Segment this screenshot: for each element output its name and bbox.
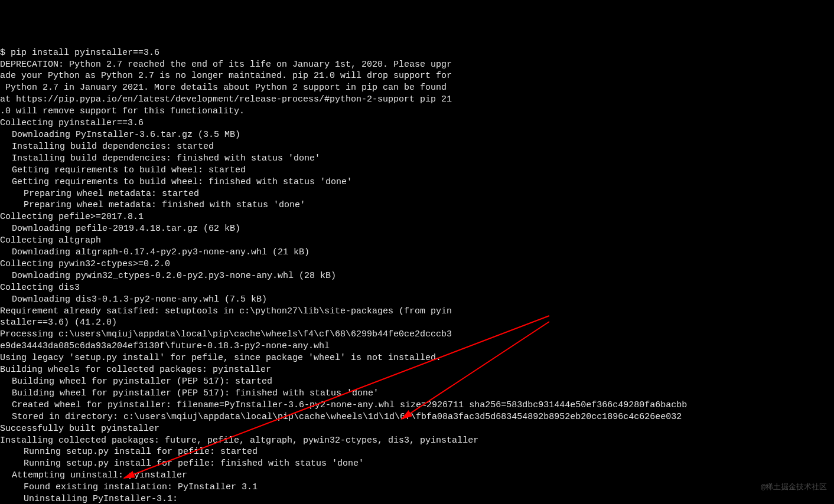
terminal-line: Downloading PyInstaller-3.6.tar.gz (3.5 … xyxy=(0,129,834,141)
terminal-line: Preparing wheel metadata: finished with … xyxy=(0,199,834,211)
terminal-output: $ pip install pyinstaller==3.6DEPRECATIO… xyxy=(0,47,834,504)
terminal-line: Collecting dis3 xyxy=(0,282,834,294)
terminal-line: Collecting altgraph xyxy=(0,235,834,247)
terminal-line: Successfully built pyinstaller xyxy=(0,423,834,435)
terminal-line: Attempting uninstall: pyinstaller xyxy=(0,470,834,482)
terminal-line: e9de34443da085c6da93a204ef3130f\future-0… xyxy=(0,341,834,352)
terminal-line: Getting requirements to build wheel: sta… xyxy=(0,165,834,176)
terminal-line: staller==3.6) (41.2.0) xyxy=(0,317,834,329)
terminal-line: Collecting pefile>=2017.8.1 xyxy=(0,211,834,223)
terminal-line: Getting requirements to build wheel: fin… xyxy=(0,176,834,188)
terminal-line: at https://pip.pypa.io/en/latest/develop… xyxy=(0,94,834,106)
terminal-line: Downloading dis3-0.1.3-py2-none-any.whl … xyxy=(0,294,834,306)
terminal-line: Found existing installation: PyInstaller… xyxy=(0,482,834,493)
terminal-line: Downloading pefile-2019.4.18.tar.gz (62 … xyxy=(0,223,834,235)
watermark: @稀土掘金技术社区 xyxy=(761,482,827,493)
terminal-line: Installing collected packages: future, p… xyxy=(0,435,834,447)
terminal-line: DEPRECATION: Python 2.7 reached the end … xyxy=(0,59,834,71)
terminal-line: Running setup.py install for pefile: fin… xyxy=(0,458,834,470)
terminal-line: Installing build dependencies: started xyxy=(0,141,834,153)
terminal-line: Installing build dependencies: finished … xyxy=(0,153,834,165)
terminal-line: Collecting pyinstaller==3.6 xyxy=(0,117,834,129)
terminal-line: ade your Python as Python 2.7 is no long… xyxy=(0,70,834,82)
terminal-line: Stored in directory: c:\users\mqiuj\appd… xyxy=(0,411,834,423)
terminal-line: .0 will remove support for this function… xyxy=(0,106,834,117)
terminal-line: Processing c:\users\mqiuj\appdata\local\… xyxy=(0,329,834,341)
terminal-line: Using legacy 'setup.py install' for pefi… xyxy=(0,352,834,364)
terminal-line: Downloading pywin32_ctypes-0.2.0-py2.py3… xyxy=(0,270,834,282)
terminal-line: $ pip install pyinstaller==3.6 xyxy=(0,47,834,59)
terminal-line: Downloading altgraph-0.17.4-py2.py3-none… xyxy=(0,247,834,258)
terminal-line: Requirement already satisfied: setuptool… xyxy=(0,306,834,318)
terminal-line: Uninstalling PyInstaller-3.1: xyxy=(0,493,834,504)
terminal-line: Created wheel for pyinstaller: filename=… xyxy=(0,400,834,411)
terminal-line: Building wheel for pyinstaller (PEP 517)… xyxy=(0,388,834,400)
terminal-line: Preparing wheel metadata: started xyxy=(0,188,834,200)
terminal-line: Building wheels for collected packages: … xyxy=(0,364,834,376)
terminal-line: Running setup.py install for pefile: sta… xyxy=(0,446,834,458)
terminal-line: Collecting pywin32-ctypes>=0.2.0 xyxy=(0,258,834,270)
terminal-line: Python 2.7 in January 2021. More details… xyxy=(0,82,834,94)
terminal-line: Building wheel for pyinstaller (PEP 517)… xyxy=(0,376,834,388)
